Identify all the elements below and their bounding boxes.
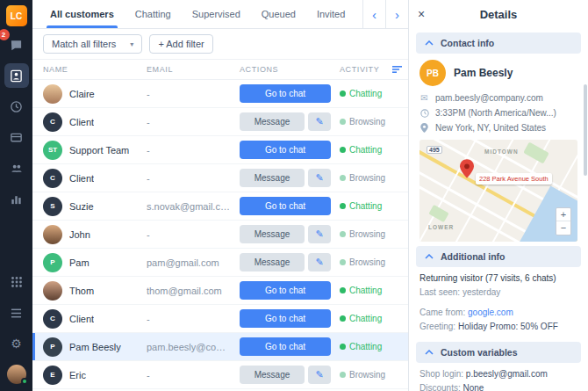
map-zoom-out-button[interactable]: − — [556, 221, 570, 235]
go-to-chat-button[interactable]: Go to chat — [240, 84, 331, 103]
message-button[interactable]: Message — [240, 225, 305, 243]
activity-label: Chatting — [349, 314, 382, 323]
table-row[interactable]: CClient-Message✎Browsing — [32, 164, 408, 192]
chevron-down-icon: ▾ — [130, 40, 133, 48]
section-contact-info[interactable]: Contact info — [416, 33, 581, 54]
edit-message-button[interactable]: ✎ — [308, 169, 331, 187]
tabs-prev-button[interactable]: ‹ — [362, 0, 385, 28]
table-row[interactable]: CClient-Message✎Browsing — [32, 108, 408, 136]
table-row[interactable]: SSuzies.novak@gmail.comGo to chatChattin… — [32, 192, 408, 221]
sidebar-item-tickets[interactable] — [4, 125, 29, 149]
clock-icon — [10, 100, 23, 113]
tabs-next-button[interactable]: › — [385, 0, 408, 28]
activity-label: Browsing — [349, 173, 385, 183]
table-row[interactable]: PPam Beeslypam.beesly@company.comGo to c… — [32, 333, 408, 361]
customer-avatar: C — [43, 169, 62, 188]
map-pin-label: 228 Park Avenue South — [476, 173, 552, 185]
activity-status-dot — [340, 147, 346, 153]
customer-avatar: S — [43, 197, 62, 216]
close-icon[interactable]: × — [418, 7, 430, 21]
go-to-chat-button[interactable]: Go to chat — [240, 197, 331, 215]
message-button[interactable]: Message — [240, 366, 305, 384]
tab-all-customers[interactable]: All customers — [39, 0, 125, 28]
sidebar-item-settings[interactable]: ⚙ — [4, 331, 29, 356]
table-row[interactable]: PPampam@gmail.comMessage✎Browsing — [32, 249, 408, 277]
message-button[interactable]: Message — [240, 253, 305, 272]
contact-email[interactable]: pam.beesly@company.com — [435, 93, 543, 103]
tab-chatting[interactable]: Chatting — [125, 0, 182, 28]
go-to-chat-button[interactable]: Go to chat — [240, 309, 331, 328]
column-activity[interactable]: ACTIVITY — [340, 65, 389, 74]
activity-status-dot — [340, 259, 346, 265]
tab-bar: All customersChattingSupervisedQueuedInv… — [32, 0, 408, 29]
tab-invited[interactable]: Invited — [306, 0, 355, 28]
column-actions[interactable]: ACTIONS — [240, 65, 340, 74]
activity-label: Browsing — [349, 257, 385, 267]
column-name[interactable]: NAME — [43, 65, 147, 74]
customer-email: s.novak@gmail.com — [147, 201, 240, 212]
sidebar-item-list[interactable] — [4, 300, 29, 325]
activity-label: Chatting — [349, 145, 382, 155]
table-row[interactable]: John-Message✎Browsing — [32, 221, 408, 249]
table-row[interactable]: EEric-Message✎Browsing — [32, 361, 408, 389]
sidebar-item-contacts[interactable] — [4, 63, 29, 88]
activity-label: Browsing — [349, 229, 385, 239]
message-button[interactable]: Message — [240, 112, 305, 131]
activity-label: Chatting — [349, 89, 382, 98]
customers-main: All customersChattingSupervisedQueuedInv… — [32, 0, 409, 391]
customers-table: Claire-Go to chatChattingCClient-Message… — [32, 80, 408, 391]
customer-email: - — [147, 314, 240, 324]
map-zoom-in-button[interactable]: + — [556, 208, 570, 221]
discounts-value: None — [463, 383, 484, 391]
details-scrollbar[interactable] — [584, 84, 587, 176]
edit-message-button[interactable]: ✎ — [308, 253, 331, 272]
map-label-midtown: MIDTOWN — [484, 148, 519, 155]
greeting-value: Holiday Promo: 50% OFF — [458, 322, 558, 331]
column-email[interactable]: EMAIL — [147, 65, 240, 74]
customer-avatar: ST — [43, 141, 62, 160]
edit-message-button[interactable]: ✎ — [308, 225, 331, 243]
go-to-chat-button[interactable]: Go to chat — [240, 337, 331, 356]
location-map[interactable]: 495 MIDTOWN LOWER 228 Park Avenue South … — [419, 140, 577, 242]
customer-name: John — [69, 229, 90, 240]
table-header: NAME EMAIL ACTIONS ACTIVITY — [32, 60, 408, 80]
customer-name: Thom — [69, 286, 94, 296]
add-filter-button[interactable]: + Add filter — [149, 34, 212, 54]
table-row[interactable]: CClient-Go to chatChatting — [32, 305, 408, 333]
sidebar-item-reports[interactable] — [4, 186, 29, 211]
activity-status-dot — [340, 287, 346, 293]
customer-name: Support Team — [69, 145, 129, 156]
location-pin-icon — [419, 123, 429, 133]
customer-name: Pam — [69, 257, 90, 268]
sidebar-item-archives[interactable] — [4, 94, 29, 119]
list-sort-icon[interactable] — [392, 65, 403, 74]
customer-name: Client — [69, 117, 94, 127]
user-avatar[interactable] — [7, 365, 26, 384]
sidebar-item-apps[interactable] — [4, 270, 29, 294]
details-title: Details — [430, 8, 567, 21]
route-badge: 495 — [427, 146, 442, 154]
match-filters-dropdown[interactable]: Match all filters ▾ — [43, 34, 142, 54]
sidebar-item-chats[interactable]: 2 — [4, 33, 29, 57]
contact-avatar: PB — [419, 60, 446, 86]
tab-supervised[interactable]: Supervised — [182, 0, 251, 28]
message-button[interactable]: Message — [240, 169, 305, 187]
customer-avatar: P — [43, 337, 62, 357]
contact-info: PB Pam Beesly ✉ pam.beesly@company.com 3… — [409, 60, 588, 133]
section-additional-info[interactable]: Additional info — [416, 246, 581, 267]
edit-message-button[interactable]: ✎ — [308, 366, 331, 384]
go-to-chat-button[interactable]: Go to chat — [240, 141, 331, 159]
activity-status-dot — [340, 231, 346, 237]
activity-status-dot — [340, 119, 346, 125]
go-to-chat-button[interactable]: Go to chat — [240, 281, 331, 300]
edit-message-button[interactable]: ✎ — [308, 112, 331, 131]
tab-queued[interactable]: Queued — [251, 0, 306, 28]
table-row[interactable]: Claire-Go to chatChatting — [32, 80, 408, 108]
section-custom-variables[interactable]: Custom variables — [416, 342, 581, 363]
tab-e[interactable]: E — [355, 0, 362, 28]
table-row[interactable]: Thomthom@gmail.comGo to chatChatting — [32, 277, 408, 305]
livechat-logo[interactable]: LC — [6, 5, 27, 26]
came-from-link[interactable]: google.com — [468, 308, 513, 317]
sidebar-item-team[interactable] — [4, 156, 29, 180]
table-row[interactable]: STSupport Team-Go to chatChatting — [32, 136, 408, 164]
